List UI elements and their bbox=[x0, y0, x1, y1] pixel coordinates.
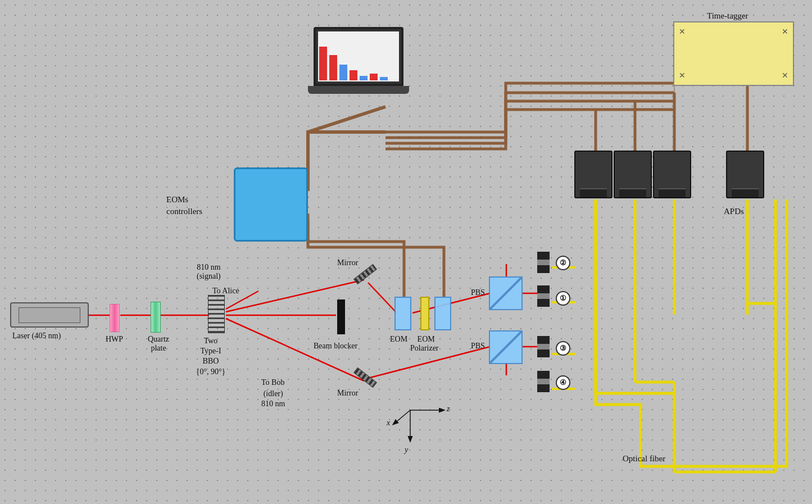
diagram: Laser (405 nm) HWP Quartz plate TwoType-… bbox=[0, 0, 812, 504]
x-mark-tr: ✕ bbox=[782, 27, 788, 37]
bbo-label: TwoType-IBBO{0°, 90°} bbox=[183, 336, 239, 377]
beam-blocker-label: Beam blocker bbox=[314, 342, 357, 351]
pbs-label-bottom: PBS bbox=[471, 342, 485, 351]
axis-y: y bbox=[405, 446, 408, 455]
circle-4: ④ bbox=[556, 375, 570, 390]
apd-1 bbox=[574, 151, 613, 198]
quartz-plate bbox=[151, 302, 161, 333]
to-bob-label: To Bob bbox=[261, 378, 284, 388]
laser-label: Laser (405 nm) bbox=[12, 332, 61, 340]
laser-inner bbox=[19, 307, 80, 323]
eom-ctrl-label: EOMscontrollers bbox=[166, 194, 202, 217]
to-alice-label: To Alice bbox=[212, 287, 239, 296]
slit-2 bbox=[537, 252, 550, 273]
axis-z: z bbox=[447, 405, 450, 414]
apds-label: APDs bbox=[724, 207, 744, 216]
circle-2: ② bbox=[556, 256, 570, 270]
pbs-label-top: PBS bbox=[471, 288, 485, 297]
apd-3 bbox=[653, 151, 691, 198]
svg-line-5 bbox=[368, 283, 397, 313]
x-mark-br: ✕ bbox=[782, 71, 788, 80]
apd-4 bbox=[726, 151, 764, 198]
x-mark-tl: ✕ bbox=[679, 27, 686, 37]
laptop-base bbox=[308, 86, 409, 94]
circle-3: ③ bbox=[556, 341, 570, 356]
pbs-bottom bbox=[489, 330, 523, 364]
eom-label-1: EOM EOM bbox=[390, 335, 435, 344]
signal-label: 810 nm(signal) bbox=[197, 263, 221, 281]
quartz-label: Quartz plate bbox=[141, 335, 176, 353]
mirror-bottom bbox=[353, 367, 377, 388]
laptop bbox=[314, 27, 409, 94]
bbo-crystal bbox=[208, 295, 225, 333]
polarizer bbox=[420, 297, 429, 330]
axis-x: x bbox=[387, 419, 390, 428]
eom-ctrl-box bbox=[234, 167, 308, 242]
eom1 bbox=[394, 297, 411, 330]
circle-1: ① bbox=[556, 291, 570, 306]
eom2 bbox=[434, 297, 451, 330]
svg-line-33 bbox=[393, 410, 410, 424]
laptop-screen-content bbox=[318, 31, 399, 81]
slit-4 bbox=[537, 371, 550, 392]
slit-1 bbox=[537, 285, 550, 307]
pbs-top bbox=[489, 276, 523, 310]
time-tagger-label: Time-tagger bbox=[707, 11, 749, 21]
optical-fiber-label: Optical fiber bbox=[623, 454, 665, 464]
hwp-element bbox=[110, 304, 120, 332]
mirror-bottom-label: Mirror bbox=[337, 389, 358, 398]
polarizer-label: Polarizer bbox=[410, 344, 439, 353]
hwp-label: HWP bbox=[106, 335, 123, 344]
to-bob-idler-label: (idler)810 nm bbox=[261, 389, 285, 409]
time-tagger-box: ✕ ✕ ✕ ✕ bbox=[673, 21, 794, 86]
slit-3 bbox=[537, 336, 550, 357]
apd-2 bbox=[614, 151, 652, 198]
beam-blocker bbox=[337, 299, 345, 334]
laptop-screen bbox=[314, 27, 403, 86]
mirror-top-label: Mirror bbox=[337, 258, 358, 267]
laser-box bbox=[10, 302, 89, 328]
x-mark-bl: ✕ bbox=[679, 71, 686, 80]
